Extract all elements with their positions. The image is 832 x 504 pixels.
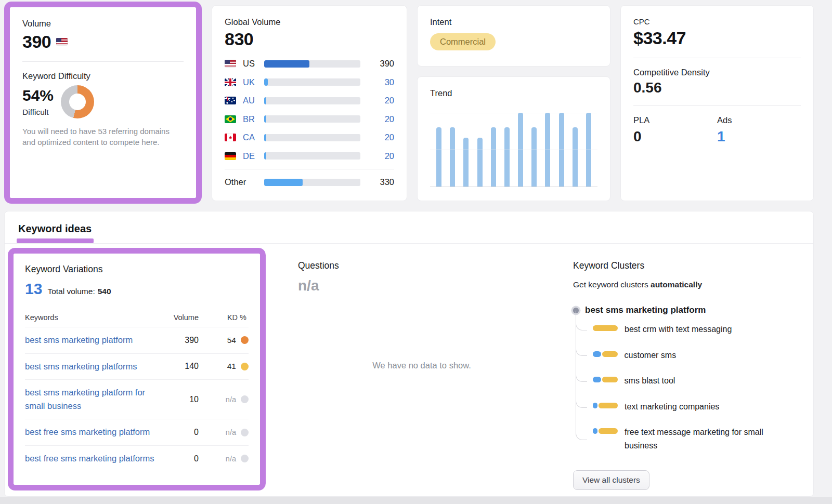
annotation-highlight-variations: Keyword Variations 13 Total volume: 540 …: [8, 248, 266, 490]
divider: [633, 105, 801, 106]
volume-cell: 10: [170, 395, 199, 404]
country-volume-link[interactable]: 20: [365, 96, 394, 105]
competitive-density-label: Competitive Density: [633, 68, 801, 77]
country-volume-link[interactable]: 30: [365, 77, 394, 87]
volume-label: Volume: [22, 19, 184, 29]
table-header-row: Keywords Volume KD %: [25, 309, 249, 327]
country-code-link[interactable]: BR: [243, 114, 259, 124]
divider: [633, 58, 801, 58]
cluster-item: free text message marketing for small bu…: [576, 419, 803, 458]
cluster-item: best crm with text messaging: [576, 316, 803, 342]
keyword-clusters-section: Keyword Clusters Get keyword clusters au…: [573, 248, 813, 490]
cpc-label: CPC: [633, 17, 801, 26]
total-volume-value: 540: [98, 287, 111, 296]
br-flag-icon: [225, 115, 236, 123]
volume-value: 390: [22, 32, 51, 52]
global-volume-row: US 390: [225, 55, 394, 73]
cluster-pill-segment: [602, 351, 618, 357]
total-volume-label: Total volume:: [47, 287, 95, 296]
column-header-keywords[interactable]: Keywords: [25, 313, 166, 322]
questions-title: Questions: [298, 260, 573, 271]
keyword-difficulty-value: 54%: [22, 87, 54, 104]
view-all-clusters-button[interactable]: View all clusters: [573, 470, 649, 490]
global-volume-row: AU 20: [225, 91, 394, 110]
global-volume-row: DE 20: [225, 147, 394, 166]
ca-flag-icon: [225, 134, 236, 141]
pla-label: PLA: [633, 115, 717, 125]
volume-cell: 390: [170, 336, 199, 345]
kd-cell: n/a: [226, 455, 236, 463]
country-code-link[interactable]: UK: [243, 77, 259, 87]
annotation-highlight-volume-kd: Volume 390 Keyword Difficulty 54% Diffic…: [4, 2, 202, 204]
trend-bar: [545, 113, 550, 187]
intent-label: Intent: [430, 17, 597, 27]
trend-bar: [436, 127, 441, 187]
table-row: best sms marketing platforms 140 41: [25, 354, 249, 380]
country-volume-link[interactable]: 20: [365, 151, 394, 161]
trend-bar: [463, 138, 469, 187]
keyword-link[interactable]: best free sms marketing platform: [25, 426, 166, 439]
other-volume: 330: [365, 177, 394, 187]
country-code-link[interactable]: AU: [243, 96, 259, 105]
global-volume-card: Global Volume 830 US 390 UK 30: [212, 5, 407, 201]
country-volume-link[interactable]: 20: [365, 132, 394, 142]
cluster-root-node: best sms marketing platform: [573, 305, 803, 315]
cluster-item-label: sms blast tool: [625, 374, 675, 388]
questions-value: n/a: [298, 277, 573, 294]
cluster-pill-segment: [602, 377, 618, 382]
divider: [225, 169, 394, 169]
au-flag-icon: [225, 97, 236, 104]
kd-cell: 41: [227, 362, 236, 371]
cpc-value: $33.47: [633, 28, 801, 48]
keyword-link[interactable]: best sms marketing platform: [25, 334, 166, 347]
viewport-bottom-edge: [0, 497, 832, 504]
volume-bar: [264, 115, 360, 123]
column-header-kd[interactable]: KD %: [202, 313, 249, 322]
cluster-item: customer sms: [576, 342, 803, 368]
keyword-clusters-title: Keyword Clusters: [573, 260, 803, 271]
keyword-link[interactable]: best sms marketing platform for small bu…: [25, 386, 166, 413]
column-header-volume[interactable]: Volume: [170, 313, 199, 322]
table-row: best free sms marketing platform 0 n/a: [25, 419, 249, 446]
global-volume-row: UK 30: [225, 73, 394, 92]
keyword-variations-card: Keyword Variations 13 Total volume: 540 …: [14, 254, 260, 485]
volume-bar: [264, 179, 360, 186]
competitive-density-value: 0.56: [633, 79, 801, 96]
keyword-overview-page: Volume 390 Keyword Difficulty 54% Diffic…: [0, 0, 832, 497]
volume-bar: [264, 60, 360, 68]
divider: [22, 61, 184, 62]
volume-bar: [264, 97, 360, 104]
trend-bar: [531, 127, 537, 187]
cluster-item-label: text marketing companies: [625, 400, 719, 414]
us-flag-icon: [225, 60, 236, 68]
kd-cell: n/a: [226, 428, 236, 436]
trend-bar: [450, 127, 455, 187]
cluster-pill-segment: [599, 403, 618, 408]
cluster-pill-segment: [593, 351, 601, 357]
ads-label: Ads: [717, 115, 801, 125]
annotation-underline: [17, 238, 94, 243]
pla-value: 0: [633, 128, 717, 145]
table-row: best free sms marketing platforms 0 n/a: [25, 446, 249, 472]
overview-metrics-row: Volume 390 Keyword Difficulty 54% Diffic…: [4, 2, 832, 204]
country-volume-link[interactable]: 20: [365, 114, 394, 124]
table-row: best sms marketing platform for small bu…: [25, 380, 249, 419]
ads-value[interactable]: 1: [717, 128, 801, 145]
keyword-ideas-title: Keyword ideas: [18, 223, 92, 234]
volume-kd-card: Volume 390 Keyword Difficulty 54% Diffic…: [10, 7, 196, 198]
keyword-difficulty-qualifier: Difficult: [22, 108, 54, 117]
keyword-link[interactable]: best free sms marketing platforms: [25, 452, 166, 466]
trend-bars: [430, 113, 597, 187]
kd-dot-icon: [241, 429, 249, 436]
de-flag-icon: [225, 152, 236, 160]
trend-bar: [504, 127, 510, 187]
keyword-link[interactable]: best sms marketing platforms: [25, 360, 166, 374]
cluster-pill: [593, 351, 618, 357]
keyword-variations-title: Keyword Variations: [25, 264, 249, 275]
global-volume-row: CA 20: [225, 128, 394, 147]
trend-card: Trend: [417, 76, 610, 201]
country-code-link[interactable]: DE: [243, 151, 259, 161]
global-volume-value: 830: [225, 29, 394, 49]
volume-bar: [264, 78, 360, 86]
country-code-link[interactable]: CA: [243, 132, 259, 142]
